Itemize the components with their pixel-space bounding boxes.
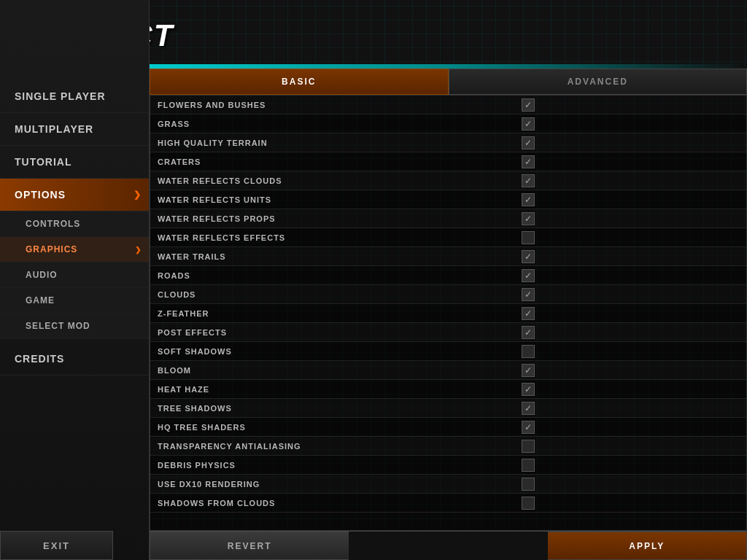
bottom-spacer xyxy=(349,532,547,560)
settings-container: FLOWERS AND BUSHESGRASSHIGH QUALITY TERR… xyxy=(150,95,747,531)
setting-label-high-quality-terrain: HIGH QUALITY TERRAIN xyxy=(158,139,522,147)
setting-row: DEBRIS PHYSICS xyxy=(150,456,746,475)
tab-basic[interactable]: BASIC xyxy=(150,69,449,95)
setting-checkbox-soft-shadows[interactable] xyxy=(522,345,535,358)
sidebar-item-options[interactable]: OPTIONS xyxy=(0,179,149,211)
setting-label-tree-shadows: TREE SHADOWS xyxy=(158,404,522,413)
setting-checkbox-shadows-from-clouds[interactable] xyxy=(522,497,535,510)
sidebar-item-single-player[interactable]: SINGLE PLAYER xyxy=(0,80,149,113)
setting-row: POST EFFECTS xyxy=(150,323,746,342)
setting-row: SOFT SHADOWS xyxy=(150,342,746,361)
setting-checkbox-water-reflects-effects[interactable] xyxy=(522,231,535,244)
setting-checkbox-post-effects[interactable] xyxy=(522,326,535,339)
setting-label-hq-tree-shaders: HQ TREE SHADERS xyxy=(158,423,522,432)
setting-checkbox-flowers-bushes[interactable] xyxy=(522,98,535,112)
setting-checkbox-clouds[interactable] xyxy=(522,288,535,301)
setting-label-post-effects: POST EFFECTS xyxy=(158,328,522,337)
bottom-bar: REVERT APPLY xyxy=(150,531,747,560)
setting-checkbox-roads[interactable] xyxy=(522,269,535,282)
setting-row: TRANSPARENCY ANTIALIASING xyxy=(150,437,746,456)
subnav-item-audio[interactable]: AUDIO xyxy=(0,262,149,288)
setting-label-z-feather: Z-FEATHER xyxy=(158,309,522,318)
setting-checkbox-z-feather[interactable] xyxy=(522,307,535,320)
setting-label-transparency-antialiasing: TRANSPARENCY ANTIALIASING xyxy=(158,442,522,451)
setting-label-water-reflects-clouds: WATER REFLECTS CLOUDS xyxy=(158,176,522,185)
sidebar-item-tutorial[interactable]: TUTORIAL xyxy=(0,146,149,179)
setting-checkbox-water-reflects-units[interactable] xyxy=(522,193,535,206)
setting-label-clouds: CLOUDS xyxy=(158,290,522,299)
setting-row: GRASS xyxy=(150,114,746,133)
sidebar-nav: SINGLE PLAYER MULTIPLAYER TUTORIAL OPTIO… xyxy=(0,80,149,376)
setting-label-bloom: BLOOM xyxy=(158,366,522,375)
setting-row: Z-FEATHER xyxy=(150,304,746,323)
setting-row: SHADOWS FROM CLOUDS xyxy=(150,494,746,513)
setting-label-debris-physics: DEBRIS PHYSICS xyxy=(158,461,522,470)
setting-checkbox-hq-tree-shaders[interactable] xyxy=(522,421,535,434)
sidebar-item-credits[interactable]: CREDITS xyxy=(0,343,149,376)
setting-label-heat-haze: HEAT HAZE xyxy=(158,385,522,394)
setting-checkbox-tree-shadows[interactable] xyxy=(522,402,535,415)
revert-button[interactable]: REVERT xyxy=(150,532,349,560)
subnav-item-graphics[interactable]: GRAPHICS xyxy=(0,237,149,262)
setting-checkbox-water-reflects-props[interactable] xyxy=(522,212,535,225)
subnav-item-select-mod[interactable]: SELECT MOD xyxy=(0,314,149,339)
setting-checkbox-heat-haze[interactable] xyxy=(522,383,535,396)
settings-list: FLOWERS AND BUSHESGRASSHIGH QUALITY TERR… xyxy=(150,96,746,530)
setting-row: CLOUDS xyxy=(150,285,746,304)
setting-row: WATER TRAILS xyxy=(150,247,746,266)
setting-checkbox-use-dx10-rendering[interactable] xyxy=(522,478,535,491)
setting-checkbox-transparency-antialiasing[interactable] xyxy=(522,440,535,453)
subnav-item-game[interactable]: GAME xyxy=(0,288,149,314)
setting-label-water-reflects-effects: WATER REFLECTS EFFECTS xyxy=(158,233,522,242)
setting-row: FLOWERS AND BUSHES xyxy=(150,96,746,114)
setting-label-craters: CRATERS xyxy=(158,158,522,166)
setting-checkbox-bloom[interactable] xyxy=(522,364,535,377)
subnav-item-controls[interactable]: CONTROLS xyxy=(0,211,149,237)
setting-row: WATER REFLECTS UNITS xyxy=(150,190,746,209)
setting-checkbox-water-trails[interactable] xyxy=(522,250,535,263)
setting-row: HEAT HAZE xyxy=(150,380,746,399)
setting-row: WATER REFLECTS EFFECTS xyxy=(150,228,746,247)
setting-label-water-reflects-units: WATER REFLECTS UNITS xyxy=(158,195,522,204)
setting-label-grass: GRASS xyxy=(158,120,522,128)
main-content: BASIC ADVANCED FLOWERS AND BUSHESGRASSHI… xyxy=(150,69,747,560)
tabs-bar: BASIC ADVANCED xyxy=(150,69,747,95)
setting-label-shadows-from-clouds: SHADOWS FROM CLOUDS xyxy=(158,499,522,508)
setting-row: USE DX10 RENDERING xyxy=(150,475,746,494)
options-subnav: CONTROLS GRAPHICS AUDIO GAME SELECT MOD xyxy=(0,211,149,339)
setting-row: HIGH QUALITY TERRAIN xyxy=(150,133,746,152)
setting-row: WATER REFLECTS CLOUDS xyxy=(150,171,746,190)
setting-checkbox-debris-physics[interactable] xyxy=(522,459,535,472)
sidebar-item-multiplayer[interactable]: MULTIPLAYER xyxy=(0,113,149,146)
setting-row: HQ TREE SHADERS xyxy=(150,418,746,437)
top-glow xyxy=(150,64,747,69)
setting-row: BLOOM xyxy=(150,361,746,380)
setting-row: ROADS xyxy=(150,266,746,285)
apply-button[interactable]: APPLY xyxy=(548,532,747,560)
setting-checkbox-grass[interactable] xyxy=(522,117,535,131)
setting-checkbox-water-reflects-clouds[interactable] xyxy=(522,174,535,187)
setting-checkbox-high-quality-terrain[interactable] xyxy=(522,136,535,149)
tab-advanced[interactable]: ADVANCED xyxy=(449,69,748,95)
exit-button[interactable]: EXIT xyxy=(0,531,113,560)
setting-label-roads: ROADS xyxy=(158,271,522,280)
setting-checkbox-craters[interactable] xyxy=(522,155,535,168)
sidebar: SINGLE PLAYER MULTIPLAYER TUTORIAL OPTIO… xyxy=(0,0,150,560)
setting-label-water-reflects-props: WATER REFLECTS PROPS xyxy=(158,214,522,223)
setting-label-water-trails: WATER TRAILS xyxy=(158,252,522,261)
setting-row: CRATERS xyxy=(150,152,746,171)
setting-row: WATER REFLECTS PROPS xyxy=(150,209,746,228)
setting-label-soft-shadows: SOFT SHADOWS xyxy=(158,347,522,356)
setting-label-flowers-bushes: FLOWERS AND BUSHES xyxy=(158,101,522,109)
setting-label-use-dx10-rendering: USE DX10 RENDERING xyxy=(158,480,522,489)
setting-row: TREE SHADOWS xyxy=(150,399,746,418)
